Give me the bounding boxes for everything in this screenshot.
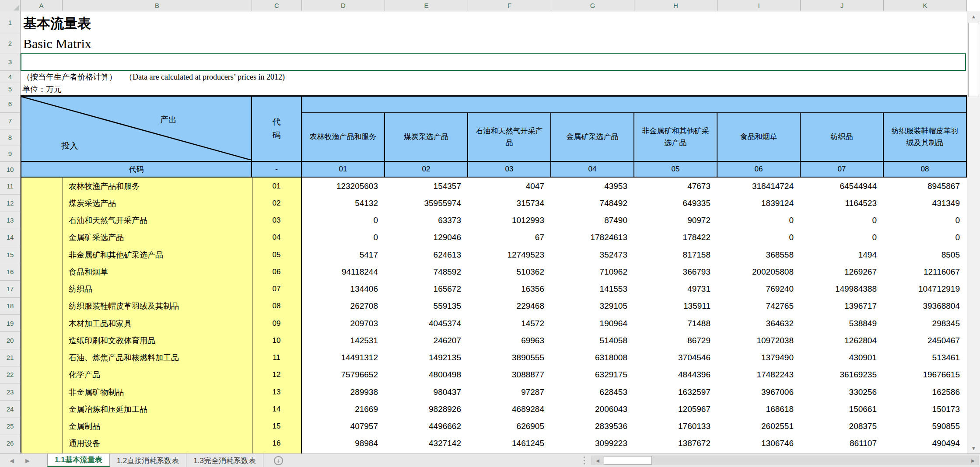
sheet-tab[interactable]: 1.3完全消耗系数表 bbox=[186, 454, 263, 467]
data-cell[interactable]: 315734 bbox=[468, 199, 551, 208]
data-cell[interactable]: 626905 bbox=[468, 422, 551, 431]
data-cell[interactable]: 190964 bbox=[551, 319, 634, 328]
data-cell[interactable]: 6318008 bbox=[551, 353, 634, 362]
data-cell[interactable]: 97287 bbox=[468, 387, 551, 397]
tab-scroll-left[interactable]: ◀ bbox=[10, 454, 14, 467]
row-number-16[interactable]: 16 bbox=[0, 263, 21, 280]
row-label-cell[interactable]: 金属冶炼和压延加工品 bbox=[63, 404, 252, 415]
row-label-cell[interactable]: 非金属矿和其他矿采选产品 bbox=[63, 250, 252, 260]
data-cell[interactable]: 208375 bbox=[801, 422, 884, 431]
column-code-cell[interactable]: 07 bbox=[801, 162, 884, 178]
row-number-5[interactable]: 5 bbox=[0, 83, 21, 95]
column-letter-A[interactable]: A bbox=[21, 0, 63, 11]
column-code-cell[interactable]: 04 bbox=[551, 162, 634, 178]
row-label-cell[interactable]: 木材加工品和家具 bbox=[63, 318, 252, 329]
row-number-18[interactable]: 18 bbox=[0, 298, 21, 315]
data-cell[interactable]: 229468 bbox=[468, 301, 551, 311]
row-number-2[interactable]: 2 bbox=[0, 34, 21, 53]
data-cell[interactable]: 510362 bbox=[468, 267, 551, 277]
data-cell[interactable]: 1012993 bbox=[468, 216, 551, 225]
data-cell[interactable]: 431349 bbox=[884, 199, 967, 208]
row-label-cell[interactable]: 煤炭采选产品 bbox=[63, 198, 252, 209]
row-number-12[interactable]: 12 bbox=[0, 195, 21, 212]
data-cell[interactable]: 135911 bbox=[634, 301, 718, 311]
data-cell[interactable]: 10972038 bbox=[718, 336, 801, 345]
data-cell[interactable]: 63373 bbox=[385, 216, 468, 225]
tab-scroll-right[interactable]: ▶ bbox=[25, 454, 30, 467]
data-cell[interactable]: 54132 bbox=[302, 199, 385, 208]
column-letter-E[interactable]: E bbox=[385, 0, 468, 11]
data-cell[interactable]: 298345 bbox=[884, 319, 967, 328]
row-number-23[interactable]: 23 bbox=[0, 383, 21, 401]
row-code-cell[interactable]: 01 bbox=[252, 182, 301, 191]
data-cell[interactable]: 318414724 bbox=[718, 181, 801, 191]
row-number-1[interactable]: 1 bbox=[0, 11, 21, 34]
column-title-cell[interactable]: 纺织服装鞋帽皮革羽绒及其制品 bbox=[884, 113, 967, 162]
row-number-21[interactable]: 21 bbox=[0, 349, 21, 366]
cell-title-en[interactable]: Basic Matrix bbox=[23, 34, 91, 53]
data-cell[interactable]: 430901 bbox=[801, 353, 884, 362]
row-code-cell[interactable]: 07 bbox=[252, 285, 301, 293]
data-cell[interactable]: 4047 bbox=[468, 181, 551, 191]
data-cell[interactable]: 590855 bbox=[884, 422, 967, 431]
data-cell[interactable]: 330256 bbox=[801, 387, 884, 397]
data-cell[interactable]: 0 bbox=[718, 233, 801, 242]
cell-title-cn[interactable]: 基本流量表 bbox=[23, 11, 91, 34]
data-cell[interactable]: 4045374 bbox=[385, 319, 468, 328]
data-cell[interactable]: 150173 bbox=[884, 404, 967, 414]
data-cell[interactable]: 86729 bbox=[634, 336, 718, 345]
row-code-cell[interactable]: 15 bbox=[252, 422, 301, 431]
data-cell[interactable]: 17824613 bbox=[551, 233, 634, 242]
row-label-cell[interactable]: 金属矿采选产品 bbox=[63, 232, 252, 243]
data-cell[interactable]: 2450467 bbox=[884, 336, 967, 345]
data-cell[interactable]: 1494 bbox=[801, 250, 884, 260]
data-cell[interactable]: 1164523 bbox=[801, 199, 884, 208]
data-cell[interactable]: 262708 bbox=[302, 301, 385, 311]
data-cell[interactable]: 628453 bbox=[551, 387, 634, 397]
data-cell[interactable]: 1632597 bbox=[634, 387, 718, 397]
sheet-tab[interactable]: 1.2直接消耗系数表 bbox=[110, 454, 187, 467]
data-cell[interactable]: 0 bbox=[302, 233, 385, 242]
select-all-corner[interactable] bbox=[0, 0, 21, 11]
data-cell[interactable]: 0 bbox=[884, 233, 967, 242]
data-cell[interactable]: 165672 bbox=[385, 284, 468, 294]
row-code-cell[interactable]: 03 bbox=[252, 216, 301, 225]
column-code-cell[interactable]: 01 bbox=[302, 162, 385, 178]
data-cell[interactable]: 0 bbox=[801, 233, 884, 242]
row-code-cell[interactable]: 08 bbox=[252, 302, 301, 310]
tab-splitter[interactable] bbox=[584, 457, 585, 464]
vscroll-down-arrow[interactable]: ▼ bbox=[967, 443, 980, 453]
data-cell[interactable]: 1492135 bbox=[385, 353, 468, 362]
row-code-cell[interactable]: 14 bbox=[252, 405, 301, 414]
column-title-cell[interactable]: 石油和天然气开采产品 bbox=[468, 113, 551, 162]
data-cell[interactable]: 123205603 bbox=[302, 181, 385, 191]
row-number-6[interactable]: 6 bbox=[0, 95, 21, 113]
column-title-cell[interactable]: 非金属矿和其他矿采选产品 bbox=[634, 113, 718, 162]
data-cell[interactable]: 624613 bbox=[385, 250, 468, 260]
data-cell[interactable]: 19676615 bbox=[884, 370, 967, 380]
row-label-cell[interactable]: 石油和天然气开采产品 bbox=[63, 215, 252, 226]
column-letter-B[interactable]: B bbox=[63, 0, 252, 11]
hscroll-left-arrow[interactable]: ◀ bbox=[592, 456, 603, 465]
data-cell[interactable]: 64544944 bbox=[801, 181, 884, 191]
row-code-cell[interactable]: 11 bbox=[252, 353, 301, 362]
row-code-cell[interactable]: 16 bbox=[252, 439, 301, 448]
data-cell[interactable]: 1262804 bbox=[801, 336, 884, 345]
column-title-cell[interactable]: 农林牧渔产品和服务 bbox=[302, 113, 385, 162]
data-cell[interactable]: 246207 bbox=[385, 336, 468, 345]
data-cell[interactable]: 3890555 bbox=[468, 353, 551, 362]
data-cell[interactable]: 1461245 bbox=[468, 439, 551, 448]
data-cell[interactable]: 21669 bbox=[302, 404, 385, 414]
data-cell[interactable]: 1269267 bbox=[801, 267, 884, 277]
data-cell[interactable]: 9828926 bbox=[385, 404, 468, 414]
row-number-20[interactable]: 20 bbox=[0, 332, 21, 349]
data-cell[interactable]: 0 bbox=[884, 216, 967, 225]
row-number-14[interactable]: 14 bbox=[0, 229, 21, 246]
data-cell[interactable]: 0 bbox=[801, 216, 884, 225]
code-row-dash-cell[interactable]: - bbox=[252, 162, 302, 178]
row-label-cell[interactable]: 造纸印刷和文教体育用品 bbox=[63, 335, 252, 346]
code-column-header[interactable]: 代码 bbox=[252, 97, 302, 162]
data-cell[interactable]: 4327142 bbox=[385, 439, 468, 448]
data-cell[interactable]: 16356 bbox=[468, 284, 551, 294]
data-cell[interactable]: 39368804 bbox=[884, 301, 967, 311]
